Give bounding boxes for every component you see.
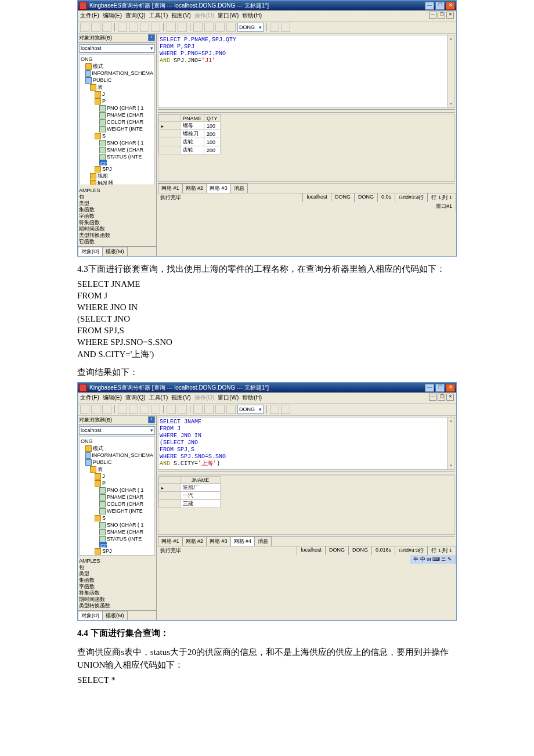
mdi-close-button[interactable]: ✕: [446, 394, 454, 401]
splitter[interactable]: [158, 109, 455, 113]
tree-col[interactable]: STATUS (INTE: [81, 535, 153, 542]
tree-db[interactable]: ONG: [81, 438, 153, 445]
sql-editor[interactable]: SELECT JNAME FROM J WHERE JNO IN (SELECT…: [158, 417, 455, 470]
menu-edit[interactable]: 编辑(E): [103, 394, 122, 402]
tool-stop-icon[interactable]: [215, 405, 225, 414]
menu-file[interactable]: 文件(F): [80, 394, 99, 402]
menu-tools[interactable]: 工具(T): [149, 12, 168, 20]
tree-col[interactable]: CITY (CHAR (: [81, 542, 153, 548]
maximize-button[interactable]: ❐: [435, 2, 445, 10]
tool-open-icon[interactable]: [91, 405, 100, 414]
tool-undo-icon[interactable]: [167, 23, 176, 32]
splitter[interactable]: [158, 471, 455, 474]
scrollbar[interactable]: [447, 35, 454, 107]
col-header[interactable]: JNAME: [181, 477, 221, 484]
sidebar-close-icon[interactable]: ›: [148, 416, 155, 423]
object-tree[interactable]: ONG 模式 INFORMATION_SCHEMA PUBLIC 表 J P P…: [79, 436, 155, 556]
tree-col[interactable]: SNAME (CHAR: [81, 528, 153, 535]
database-combo[interactable]: DONG: [237, 405, 264, 414]
menu-view[interactable]: 视图(V): [171, 12, 190, 20]
tree-tables[interactable]: 表: [81, 466, 153, 473]
maximize-button[interactable]: ❐: [435, 384, 445, 392]
minimize-button[interactable]: —: [425, 2, 434, 10]
tree-col[interactable]: COLOR (CHAR: [81, 118, 153, 125]
tree-schema-info[interactable]: INFORMATION_SCHEMA: [81, 70, 153, 77]
tool-cut-icon[interactable]: [118, 23, 127, 32]
tree-schema-public[interactable]: PUBLIC: [81, 77, 153, 84]
mdi-max-button[interactable]: ❐: [438, 12, 445, 19]
tree-table-p[interactable]: P: [81, 98, 153, 105]
tree-col[interactable]: WEIGHT (INTE: [81, 125, 153, 132]
menu-window[interactable]: 窗口(W): [218, 394, 239, 402]
tree-db[interactable]: ONG: [81, 56, 153, 63]
tool-browser-icon[interactable]: [270, 405, 279, 414]
tool-browser-icon[interactable]: [270, 23, 279, 32]
mdi-min-button[interactable]: —: [429, 12, 436, 19]
tree-col[interactable]: WEIGHT (INTE: [81, 507, 153, 514]
menu-edit[interactable]: 编辑(E): [103, 12, 122, 20]
tree-col[interactable]: SNAME (CHAR: [81, 146, 153, 153]
result-tab[interactable]: 消息: [254, 537, 272, 546]
tool-exec-icon[interactable]: [193, 23, 203, 32]
result-tab[interactable]: 消息: [230, 183, 248, 193]
col-header[interactable]: PNAME: [181, 115, 204, 122]
tree-table-j[interactable]: J: [81, 473, 153, 480]
tree-col[interactable]: SNO (CHAR ( 1: [81, 521, 153, 528]
scrollbar[interactable]: [447, 417, 454, 469]
result-tab[interactable]: 网格 #3: [206, 183, 231, 193]
sidebar-tab-template[interactable]: 模板(M): [102, 247, 128, 256]
menu-help[interactable]: 帮助(H): [242, 394, 262, 402]
result-table[interactable]: JNAME ▸造船厂 一汽 三建: [158, 476, 221, 508]
tool-zoom-icon[interactable]: [281, 23, 290, 32]
tree-schema-info[interactable]: INFORMATION_SCHEMA: [81, 452, 153, 459]
tool-check-icon[interactable]: [204, 405, 214, 414]
tree-mode[interactable]: 模式: [81, 445, 153, 452]
tree-col[interactable]: COLOR (CHAR: [81, 501, 153, 507]
minimize-button[interactable]: —: [425, 384, 434, 392]
object-tree[interactable]: ONG 模式 INFORMATION_SCHEMA PUBLIC 表 J P P…: [79, 54, 155, 185]
tool-find-icon[interactable]: [151, 23, 160, 32]
mdi-max-button[interactable]: ❐: [438, 394, 445, 401]
database-combo[interactable]: DONG: [237, 23, 264, 32]
menu-view[interactable]: 视图(V): [171, 394, 190, 402]
menu-operate[interactable]: 操作(O): [194, 394, 214, 402]
tool-save-icon[interactable]: [102, 23, 111, 32]
tool-paste-icon[interactable]: [140, 405, 149, 414]
menu-tools[interactable]: 工具(T): [149, 394, 168, 402]
tree-col[interactable]: PNO (CHAR ( 1: [81, 487, 153, 494]
tool-find-icon[interactable]: [151, 405, 160, 414]
tool-undo-icon[interactable]: [167, 405, 176, 414]
tool-zoom-icon[interactable]: [281, 405, 290, 414]
tool-copy-icon[interactable]: [129, 23, 138, 32]
sidebar-tab-object[interactable]: 对象(O): [78, 611, 103, 620]
tool-stop-icon[interactable]: [215, 23, 225, 32]
tree-folder[interactable]: 视图: [81, 172, 153, 179]
tree-col[interactable]: SNO (CHAR ( 1: [81, 139, 153, 146]
tree-table-j[interactable]: J: [81, 91, 153, 98]
sidebar-tab-template[interactable]: 模板(M): [102, 611, 128, 620]
tree-table-s[interactable]: S: [81, 132, 153, 139]
mdi-close-button[interactable]: ✕: [446, 12, 454, 19]
menu-help[interactable]: 帮助(H): [242, 12, 262, 20]
sidebar-tab-object[interactable]: 对象(O): [78, 247, 103, 256]
close-button[interactable]: ✕: [446, 2, 455, 10]
menu-operate[interactable]: 操作(O): [194, 12, 214, 20]
menu-file[interactable]: 文件(F): [80, 12, 99, 20]
tree-table-s[interactable]: S: [81, 514, 153, 521]
tool-grid-icon[interactable]: [226, 405, 236, 414]
tool-redo-icon[interactable]: [178, 405, 187, 414]
tool-grid-icon[interactable]: [226, 23, 236, 32]
sql-editor[interactable]: SELECT P.PNAME,SPJ.QTY FROM P,SPJ WHERE …: [158, 35, 455, 108]
tree-col[interactable]: PNAME (CHAR: [81, 494, 153, 501]
result-tab[interactable]: 网格 #1: [158, 183, 183, 193]
tree-col[interactable]: PNO (CHAR ( 1: [81, 105, 153, 111]
tool-save-icon[interactable]: [102, 405, 111, 414]
tree-col[interactable]: PNAME (CHAR: [81, 111, 153, 118]
mdi-min-button[interactable]: —: [429, 394, 436, 401]
result-tab[interactable]: 网格 #2: [182, 537, 207, 546]
tool-copy-icon[interactable]: [129, 405, 138, 414]
menu-query[interactable]: 查询(Q): [125, 12, 145, 20]
menu-query[interactable]: 查询(Q): [125, 394, 145, 402]
menu-window[interactable]: 窗口(W): [218, 12, 239, 20]
connection-combo[interactable]: localhost: [79, 426, 155, 435]
